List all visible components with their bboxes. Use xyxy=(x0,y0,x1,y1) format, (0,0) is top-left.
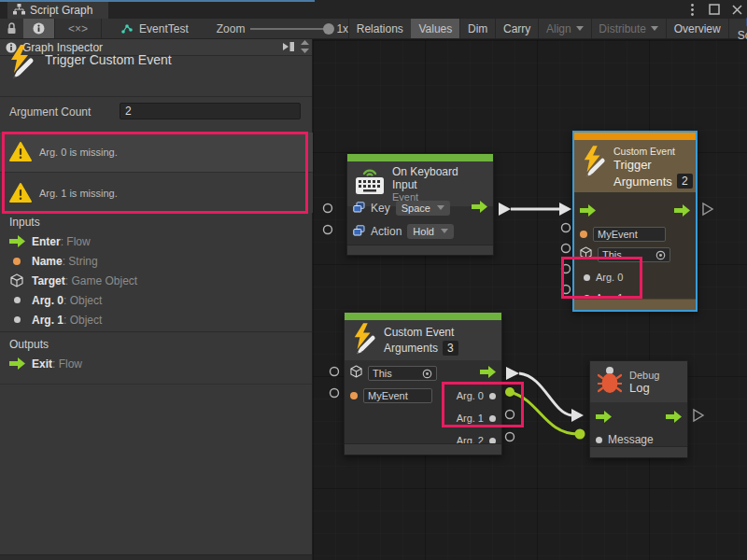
tab-script-graph[interactable]: Script Graph xyxy=(7,2,108,19)
panel-spinner[interactable] xyxy=(300,39,310,57)
flow-row xyxy=(590,408,687,428)
menu-kebab-icon[interactable] xyxy=(685,3,698,16)
event-name-input[interactable]: MyEvent xyxy=(363,388,432,403)
flow-out-arrow[interactable] xyxy=(674,203,690,220)
node-header: Debug Log xyxy=(590,361,687,402)
object-picker-icon[interactable] xyxy=(655,250,666,260)
node-footer xyxy=(345,443,501,455)
keyboard-icon xyxy=(355,169,385,199)
tab-title: Script Graph xyxy=(30,4,92,17)
dim-button[interactable]: Dim xyxy=(460,19,495,38)
target-input[interactable]: This xyxy=(598,247,670,262)
divider xyxy=(0,384,312,385)
flow-in-arrow[interactable] xyxy=(596,410,612,427)
flow-out-arrow[interactable] xyxy=(472,200,487,217)
target-input[interactable]: This xyxy=(368,366,437,381)
node-title: On Keyboard Input xyxy=(392,165,486,191)
flow-out-arrow[interactable] xyxy=(666,410,682,427)
wire-listener-to-debug xyxy=(519,373,571,415)
cube-icon xyxy=(350,365,362,382)
trigger-node-bar xyxy=(574,133,696,140)
lock-button[interactable] xyxy=(0,19,23,38)
titlebar: Script Graph xyxy=(0,0,747,19)
port-keyboard-action[interactable] xyxy=(324,226,332,234)
node-footer xyxy=(574,299,696,310)
dock-panel-icon[interactable] xyxy=(282,41,296,55)
port-listener-arg1[interactable] xyxy=(506,411,514,419)
overview-button[interactable]: Overview xyxy=(667,19,728,38)
message-label: Message xyxy=(608,433,654,446)
event-name-input[interactable]: MyEvent xyxy=(593,227,666,242)
close-icon[interactable] xyxy=(730,3,743,16)
arg-label: Arg. 0 xyxy=(596,272,623,283)
graph-inspector-panel: Graph Inspector xyxy=(0,39,313,560)
node-custom-event[interactable]: Custom Event Arguments 3 This xyxy=(344,312,502,455)
port-trigger-name[interactable] xyxy=(562,224,571,232)
port-debug-message-connected[interactable] xyxy=(575,429,585,440)
maximize-icon[interactable] xyxy=(708,3,721,16)
warning-text: Arg. 0 is missing. xyxy=(39,147,118,158)
fullscreen-button[interactable]: Full Screen xyxy=(728,19,747,38)
node-on-keyboard-input[interactable]: On Keyboard Input Event Key Space xyxy=(346,153,494,256)
argument-count-badge[interactable]: 2 xyxy=(677,174,693,189)
port-listener-arg0-connected[interactable] xyxy=(505,387,514,397)
toolbar-separator xyxy=(101,19,102,38)
key-dropdown[interactable]: Space xyxy=(396,201,450,216)
zoom-slider-knob[interactable] xyxy=(323,23,334,35)
input-row-arg0: Arg. 0 : Object xyxy=(0,290,312,310)
output-row-exit: Exit : Flow xyxy=(0,354,312,373)
node-footer xyxy=(590,446,687,457)
values-button[interactable]: Values xyxy=(411,19,459,38)
arg-label: Arg. 0 xyxy=(457,390,484,401)
object-port-icon xyxy=(489,415,496,422)
port-keyboard-key[interactable] xyxy=(324,204,332,213)
port-trigger-target[interactable] xyxy=(562,245,571,253)
action-dropdown[interactable]: Hold xyxy=(407,224,454,239)
zoom-label: Zoom xyxy=(217,22,246,35)
lock-icon xyxy=(7,22,17,35)
flow-in-arrow[interactable] xyxy=(580,203,596,220)
argument-count-badge[interactable]: 3 xyxy=(443,341,458,356)
string-port-icon xyxy=(350,392,358,399)
object-picker-icon[interactable] xyxy=(422,369,432,379)
code-view-button[interactable]: <×> xyxy=(55,19,101,38)
argument-count-input[interactable]: 2 xyxy=(120,103,301,119)
event-node-bar xyxy=(345,313,501,320)
graph-canvas[interactable]: On Keyboard Input Event Key Space xyxy=(313,39,747,560)
arguments-label: Arguments xyxy=(613,175,672,189)
flow-out-arrow[interactable] xyxy=(480,365,496,382)
port-listener-arg2[interactable] xyxy=(506,433,514,441)
graph-breadcrumb-button[interactable]: EventTest xyxy=(113,19,196,38)
binding-icon xyxy=(353,200,365,217)
port-trigger-arg0[interactable] xyxy=(562,265,571,273)
unity-script-graph-window: Script Graph xyxy=(0,0,747,560)
zoom-value: 1x xyxy=(336,22,348,35)
port-debug-flow-out[interactable] xyxy=(694,410,703,421)
info-icon xyxy=(33,22,45,35)
port-trigger-flow-out[interactable] xyxy=(703,203,712,215)
align-button[interactable]: Align xyxy=(539,19,591,38)
object-port-icon xyxy=(584,274,590,281)
inspector-toggle-button[interactable] xyxy=(23,19,54,38)
node-trigger-custom-event[interactable]: Custom Event Trigger Arguments 2 xyxy=(572,131,698,312)
graph-icon xyxy=(120,23,134,35)
toolbar-right-group: Relations Values Dim Carry Align Distrib… xyxy=(348,19,747,38)
relations-button[interactable]: Relations xyxy=(349,19,411,38)
key-row: Key Space xyxy=(347,197,493,218)
zoom-slider[interactable] xyxy=(250,19,332,39)
port-listener-target[interactable] xyxy=(331,368,339,376)
key-label: Key xyxy=(371,202,390,215)
chevron-down-icon xyxy=(441,229,448,233)
action-label: Action xyxy=(371,225,402,238)
port-trigger-arg1[interactable] xyxy=(562,286,571,294)
action-row: Action Hold xyxy=(347,220,493,242)
distribute-button[interactable]: Distribute xyxy=(591,19,666,38)
toolbar-left-group: <×> EventTest Zoom 1x xyxy=(0,19,348,38)
target-row: This xyxy=(345,363,501,384)
carry-button[interactable]: Carry xyxy=(496,19,538,38)
node-header: Custom Event Trigger Arguments 2 xyxy=(574,140,696,192)
spinner-up-icon xyxy=(301,40,309,45)
warning-text: Arg. 1 is missing. xyxy=(39,188,118,199)
node-debug-log[interactable]: Debug Log Message xyxy=(589,360,688,458)
port-listener-name[interactable] xyxy=(331,389,339,398)
